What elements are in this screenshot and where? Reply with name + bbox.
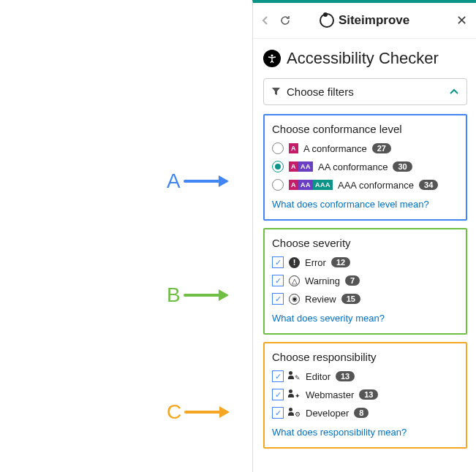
option-label: Webmaster (306, 389, 354, 400)
page-title-row: Accessibility Checker (263, 49, 467, 68)
conformance-option-aaa[interactable]: AAAAAA AAA conformance 34 (272, 179, 458, 191)
count-pill: 7 (345, 275, 360, 286)
severity-option-review[interactable]: ✓ ◉ Review 15 (272, 293, 458, 305)
responsibility-heading: Choose responsibility (272, 351, 458, 363)
review-icon: ◉ (289, 294, 300, 305)
severity-option-warning[interactable]: ✓ △ Warning 7 (272, 275, 458, 286)
brand-logo-icon (320, 13, 334, 28)
option-label: A conformance (303, 143, 367, 154)
severity-heading: Choose severity (272, 237, 458, 249)
conformance-heading: Choose conformance level (272, 123, 458, 135)
filter-label: Choose filters (287, 85, 354, 98)
radio[interactable] (272, 142, 284, 154)
option-label: Warning (305, 275, 340, 286)
count-pill: 12 (331, 257, 350, 267)
brand: Siteimprove (320, 13, 409, 28)
count-pill: 15 (341, 294, 360, 304)
radio[interactable] (272, 179, 284, 191)
callout-c: C (167, 400, 228, 424)
severity-section: Choose severity ✓ ! Error 12 ✓ △ Warning… (263, 228, 467, 335)
webmaster-icon: ✦ (289, 389, 301, 400)
count-pill: 34 (419, 180, 438, 190)
panel-header: Siteimprove ✕ (253, 3, 476, 39)
checkbox[interactable]: ✓ (272, 256, 284, 268)
count-pill: 27 (372, 143, 391, 153)
choose-filters-toggle[interactable]: Choose filters (263, 78, 467, 105)
option-label: Error (305, 257, 326, 268)
option-label: Review (305, 294, 336, 305)
conformance-option-aa[interactable]: AAA AA conformance 30 (272, 161, 458, 172)
callout-a: A (167, 170, 227, 193)
responsibility-option-webmaster[interactable]: ✓ ✦ Webmaster 13 (272, 389, 458, 400)
severity-option-error[interactable]: ✓ ! Error 12 (272, 256, 458, 268)
error-icon: ! (289, 257, 300, 268)
page-title: Accessibility Checker (287, 49, 439, 68)
severity-help-link[interactable]: What does severity mean? (272, 313, 385, 324)
option-label: Developer (306, 408, 349, 419)
panel-body: Accessibility Checker Choose filters Cho… (253, 39, 476, 472)
back-icon[interactable] (262, 15, 269, 26)
developer-icon: ⚙ (289, 408, 301, 418)
responsibility-option-editor[interactable]: ✓ ✎ Editor 13 (272, 370, 458, 382)
chevron-up-icon (449, 88, 459, 96)
conformance-help-link[interactable]: What does conformance level mean? (272, 199, 429, 210)
refresh-icon[interactable] (279, 15, 291, 26)
accessibility-icon (263, 50, 281, 67)
option-label: Editor (306, 371, 330, 382)
checkbox[interactable]: ✓ (272, 407, 284, 419)
count-pill: 13 (359, 389, 378, 400)
svg-point-0 (271, 55, 273, 57)
callout-b: B (167, 283, 227, 307)
editor-icon: ✎ (289, 371, 301, 381)
count-pill: 30 (393, 161, 412, 172)
responsibility-section: Choose responsibility ✓ ✎ Editor 13 ✓ ✦ … (263, 342, 467, 449)
option-label: AA conformance (318, 161, 388, 172)
siteimprove-panel: Siteimprove ✕ Accessibility Checker Choo… (252, 0, 476, 472)
warning-icon: △ (289, 275, 300, 286)
checkbox[interactable]: ✓ (272, 275, 284, 286)
count-pill: 8 (354, 408, 369, 418)
funnel-icon (271, 87, 281, 96)
close-icon[interactable]: ✕ (456, 12, 467, 28)
option-label: AAA conformance (338, 180, 414, 191)
checkbox[interactable]: ✓ (272, 370, 284, 382)
checkbox[interactable]: ✓ (272, 293, 284, 305)
checkbox[interactable]: ✓ (272, 389, 284, 400)
responsibility-option-developer[interactable]: ✓ ⚙ Developer 8 (272, 407, 458, 419)
conformance-option-a[interactable]: A A conformance 27 (272, 142, 458, 154)
count-pill: 13 (336, 371, 355, 381)
conformance-section: Choose conformance level A A conformance… (263, 114, 467, 221)
radio[interactable] (272, 161, 284, 172)
responsibility-help-link[interactable]: What does responsibility mean? (272, 427, 407, 438)
